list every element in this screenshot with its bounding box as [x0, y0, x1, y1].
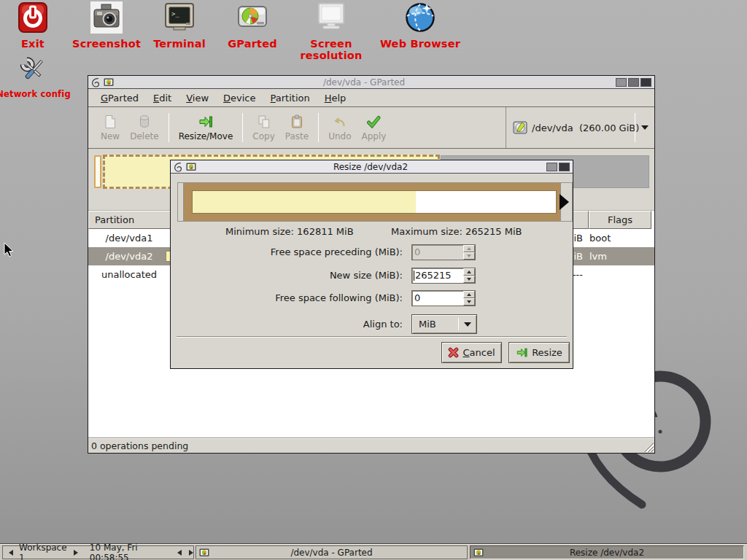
maximize-button[interactable]: [628, 78, 639, 87]
task-button-resize-dialog[interactable]: Resize /dev/vda2: [470, 545, 744, 559]
align-to-label: Align to:: [214, 314, 403, 334]
toolbar-separator: [318, 113, 319, 142]
gparted-disk-icon: [236, 1, 268, 34]
resize-arrow-icon: [516, 346, 528, 359]
new-size-row: New size (MiB): 265215: [171, 268, 573, 284]
svg-text:>_: >_: [171, 10, 179, 18]
desktop-icon-label: Network config: [0, 89, 81, 99]
clock: 10 May, Fri 00:58:55: [90, 542, 168, 560]
new-size-label: New size (MiB):: [214, 268, 403, 284]
close-button[interactable]: [559, 163, 570, 171]
text-caret: [414, 271, 414, 281]
window-menu-swirl-icon[interactable]: [174, 162, 184, 172]
window-resize-grip[interactable]: [643, 442, 654, 452]
chevron-down-icon: [641, 125, 649, 130]
toolbar-resize-move-button[interactable]: Resize/Move: [174, 112, 239, 143]
terminal-icon: >_: [163, 1, 196, 34]
menu-partition[interactable]: Partition: [263, 90, 317, 106]
align-to-row: Align to: MiB: [171, 314, 573, 334]
toolbar-undo-button[interactable]: Undo: [323, 112, 356, 143]
desktop-icon-web-browser[interactable]: Web Browser: [373, 1, 468, 50]
dialog-titlebar[interactable]: Resize /dev/vda2: [171, 160, 573, 174]
menu-gparted[interactable]: GParted: [93, 90, 146, 106]
toolbar-separator: [169, 113, 169, 142]
disk-segment-vda1[interactable]: [94, 155, 101, 188]
copy-icon: [256, 114, 272, 130]
menu-help[interactable]: Help: [317, 90, 354, 106]
gparted-app-icon: [104, 77, 114, 88]
pager-next-icon[interactable]: [189, 550, 193, 556]
dialog-separator: [177, 336, 567, 338]
cancel-button[interactable]: Cancel: [441, 342, 502, 363]
power-icon: [17, 1, 49, 34]
align-to-value: MiB: [419, 319, 436, 330]
desktop-icon-label: Screen resolution: [284, 38, 379, 61]
resize-move-icon: [198, 114, 214, 130]
spin-down-button[interactable]: [463, 298, 475, 306]
free-space-following-spinbox[interactable]: 0: [411, 290, 476, 306]
resize-grip-arrow-icon[interactable]: [560, 194, 569, 210]
workspace-next-icon[interactable]: [74, 550, 78, 556]
task-button-gparted[interactable]: /dev/vda - GParted: [196, 545, 468, 559]
monitor-icon: [315, 1, 347, 34]
paste-icon: [289, 114, 305, 130]
spin-down-button[interactable]: [463, 276, 475, 283]
delete-partition-icon: [136, 114, 152, 130]
resize-confirm-button[interactable]: Resize: [508, 342, 570, 363]
task-button-label: Resize /dev/vda2: [570, 548, 644, 558]
status-bar: 0 operations pending: [88, 438, 654, 453]
toolbar: New Delete Resize/Move Copy: [88, 107, 654, 149]
menu-view[interactable]: View: [179, 90, 216, 106]
toolbar-copy-button[interactable]: Copy: [247, 112, 279, 143]
align-to-combobox[interactable]: MiB: [411, 314, 477, 334]
combo-separator: [635, 113, 635, 142]
window-menu-swirl-icon[interactable]: [91, 77, 101, 88]
resize-bar-used: [193, 191, 416, 213]
toolbar-apply-button[interactable]: Apply: [357, 112, 392, 143]
device-selector[interactable]: /dev/vda (260.00 GiB): [506, 107, 654, 148]
gparted-app-icon: [473, 548, 484, 558]
dialog-title: Resize /dev/vda2: [196, 162, 545, 172]
resize-slider-widget: [177, 182, 573, 222]
workspace-label: Workspace 1: [19, 542, 68, 560]
desktop-icon-network-config[interactable]: Network config: [0, 54, 81, 99]
minimum-size-label: Minimum size: 162811 MiB: [225, 226, 354, 237]
resize-left-grip[interactable]: [178, 183, 184, 221]
minimize-button[interactable]: [616, 78, 627, 87]
column-header-flags[interactable]: Flags: [589, 211, 651, 229]
spin-up-button[interactable]: [463, 291, 475, 298]
toolbar-paste-button[interactable]: Paste: [280, 112, 314, 143]
toolbar-delete-button[interactable]: Delete: [125, 112, 163, 143]
pending-operations-text: 0 operations pending: [91, 440, 188, 451]
menu-device[interactable]: Device: [216, 90, 263, 106]
combo-separator: [458, 318, 459, 330]
device-selector-value: /dev/vda (260.00 GiB): [532, 122, 639, 133]
spin-up-button[interactable]: [463, 268, 475, 276]
desktop-icon-screen-resolution[interactable]: Screen resolution: [284, 1, 379, 61]
workspace-prev-icon[interactable]: [9, 550, 13, 556]
free-space-preceding-label: Free space preceding (MiB):: [214, 244, 403, 260]
main-window-title: /dev/vda - GParted: [114, 77, 614, 88]
toolbar-separator: [242, 113, 243, 142]
new-size-spinbox[interactable]: 265215: [411, 268, 476, 284]
close-button[interactable]: [640, 78, 651, 87]
task-button-label: /dev/vda - GParted: [290, 548, 372, 558]
free-space-following-row: Free space following (MiB): 0: [171, 290, 573, 306]
pager-prev-icon[interactable]: [177, 550, 182, 556]
toolbar-new-button[interactable]: New: [96, 112, 125, 143]
free-space-preceding-spinbox: 0: [411, 244, 476, 260]
resize-dialog: Resize /dev/vda2 Minimum size: 162811 Mi…: [170, 160, 573, 369]
resize-right-grip[interactable]: [560, 183, 572, 221]
globe-icon: [404, 1, 436, 34]
new-partition-icon: [102, 114, 118, 130]
camera-icon: [90, 1, 123, 34]
mouse-cursor: [4, 243, 15, 258]
spin-up-button: [463, 245, 475, 252]
taskbar: Workspace 1 10 May, Fri 00:58:55 /dev/vd…: [0, 543, 747, 560]
resize-partition-frame: [184, 183, 560, 221]
gparted-app-icon: [199, 548, 209, 558]
free-space-preceding-row: Free space preceding (MiB): 0: [171, 244, 573, 260]
maximize-button[interactable]: [546, 163, 557, 171]
main-window-titlebar[interactable]: /dev/vda - GParted: [88, 76, 654, 89]
menu-edit[interactable]: Edit: [146, 90, 179, 106]
